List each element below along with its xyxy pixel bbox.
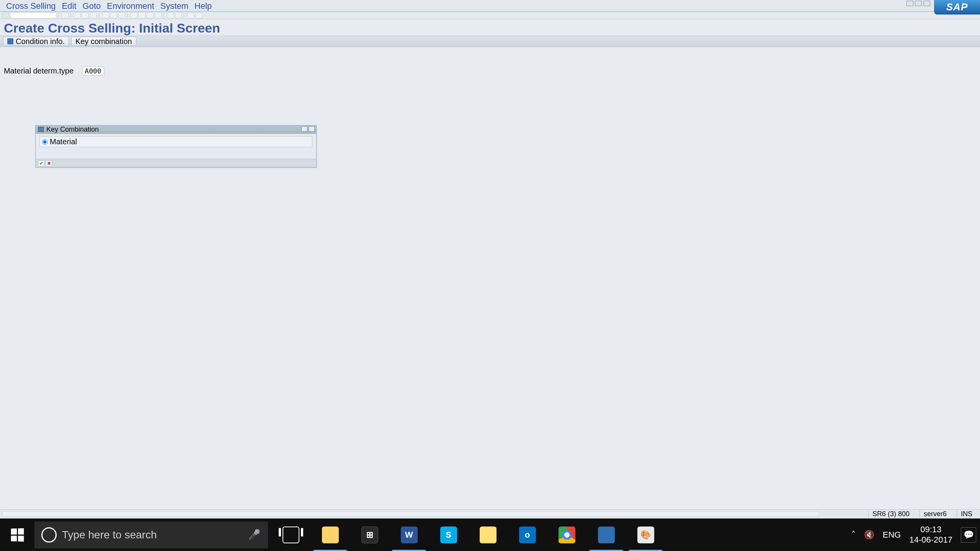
menu-help[interactable]: Help xyxy=(191,1,215,11)
outlook-icon: o xyxy=(519,527,536,543)
print-icon[interactable] xyxy=(102,12,109,18)
find-icon[interactable] xyxy=(110,12,117,18)
maximize-icon[interactable] xyxy=(915,1,922,6)
skype-icon: S xyxy=(440,527,457,543)
dialog-close-icon[interactable] xyxy=(309,126,315,132)
key-combination-label: Key combination xyxy=(75,37,132,46)
folder-icon xyxy=(322,527,339,543)
condition-info-label: Condition info. xyxy=(16,37,65,46)
status-system: SR6 (3) 800 xyxy=(868,510,913,518)
word-button[interactable]: W xyxy=(389,518,429,551)
menu-edit[interactable]: Edit xyxy=(59,1,80,11)
status-message-area xyxy=(2,511,819,517)
chrome-button[interactable] xyxy=(547,518,586,551)
start-button[interactable] xyxy=(0,518,34,551)
command-field[interactable] xyxy=(10,12,56,18)
windows-logo-icon xyxy=(11,528,24,541)
sap-icon xyxy=(598,527,615,543)
taskbar-search[interactable]: Type here to search 🎤 xyxy=(34,522,268,548)
dialog-cancel-button[interactable]: ✖ xyxy=(46,160,52,166)
cortana-icon xyxy=(41,527,57,543)
dialog-titlebar[interactable]: Key Combination xyxy=(36,126,316,134)
store-icon: ⊞ xyxy=(361,527,378,543)
key-combination-button[interactable]: Key combination xyxy=(71,37,136,46)
taskbar-apps: ⊞ W S o 🎨 xyxy=(271,518,665,551)
condition-info-button[interactable]: Condition info. xyxy=(3,37,69,46)
microphone-icon[interactable]: 🎤 xyxy=(248,529,260,541)
cancel-icon[interactable] xyxy=(90,12,97,18)
volume-muted-icon[interactable]: 🔇 xyxy=(864,530,874,540)
task-view-button[interactable] xyxy=(271,518,310,551)
sap-gui-button[interactable] xyxy=(586,518,626,551)
exit-icon[interactable] xyxy=(82,12,89,18)
material-determ-type-input[interactable] xyxy=(83,66,104,75)
sticky-notes-button[interactable] xyxy=(468,518,508,551)
dialog-title: Key Combination xyxy=(46,126,99,134)
first-page-icon[interactable] xyxy=(131,12,137,18)
help-icon[interactable] xyxy=(187,12,194,18)
prev-page-icon[interactable] xyxy=(139,12,145,18)
radio-material-label: Material xyxy=(50,137,77,146)
dialog-help-icon[interactable] xyxy=(301,126,307,132)
new-session-icon[interactable] xyxy=(167,12,174,18)
taskbar-clock[interactable]: 09:13 14-06-2017 xyxy=(909,525,952,545)
chrome-icon xyxy=(559,527,575,543)
taskbar-time: 09:13 xyxy=(909,525,952,535)
action-center-icon[interactable]: 💬 xyxy=(961,527,976,543)
windows-taskbar: Type here to search 🎤 ⊞ W S o 🎨 ˄ 🔇 ENG … xyxy=(0,518,980,551)
system-tray: ˄ 🔇 ENG 09:13 14-06-2017 💬 xyxy=(851,518,980,551)
minimize-icon[interactable] xyxy=(906,1,913,6)
status-mode: INS xyxy=(957,510,976,518)
menu-bar: Cross Selling Edit Goto Environment Syst… xyxy=(0,0,980,11)
info-icon xyxy=(7,38,13,44)
word-icon: W xyxy=(401,527,418,543)
application-toolbar: Condition info. Key combination xyxy=(0,36,980,47)
sticky-notes-icon xyxy=(480,527,497,543)
save-icon[interactable] xyxy=(62,12,69,18)
status-bar: SR6 (3) 800 server6 INS xyxy=(0,509,980,518)
shortcut-icon[interactable] xyxy=(175,12,182,18)
enter-icon[interactable] xyxy=(2,12,9,18)
window-controls xyxy=(906,1,930,6)
close-icon[interactable] xyxy=(923,1,930,6)
store-button[interactable]: ⊞ xyxy=(350,518,389,551)
menu-system[interactable]: System xyxy=(157,1,191,11)
taskbar-date: 14-06-2017 xyxy=(909,535,952,545)
material-determ-type-row: Material determ.type xyxy=(0,47,980,75)
layout-icon[interactable] xyxy=(195,12,202,18)
language-indicator[interactable]: ENG xyxy=(883,530,901,540)
standard-toolbar xyxy=(0,11,980,19)
material-determ-type-label: Material determ.type xyxy=(4,67,74,75)
next-page-icon[interactable] xyxy=(147,12,154,18)
file-explorer-button[interactable] xyxy=(310,518,350,551)
paint-button[interactable]: 🎨 xyxy=(626,518,665,551)
skype-button[interactable]: S xyxy=(429,518,468,551)
find-next-icon[interactable] xyxy=(118,12,125,18)
dialog-ok-button[interactable]: ✔ xyxy=(38,160,45,166)
tray-chevron-icon[interactable]: ˄ xyxy=(851,530,856,540)
last-page-icon[interactable] xyxy=(155,12,162,18)
back-icon[interactable] xyxy=(74,12,81,18)
menu-goto[interactable]: Goto xyxy=(80,1,104,11)
task-view-icon xyxy=(283,527,299,543)
outlook-button[interactable]: o xyxy=(508,518,547,551)
search-placeholder: Type here to search xyxy=(62,529,157,541)
radio-material-row[interactable]: Material xyxy=(39,136,312,147)
menu-cross-selling[interactable]: Cross Selling xyxy=(3,1,59,11)
menu-environment[interactable]: Environment xyxy=(104,1,157,11)
status-server: server6 xyxy=(920,510,951,518)
key-combination-dialog: Key Combination Material ✔ ✖ xyxy=(35,125,317,168)
dialog-footer: ✔ ✖ xyxy=(36,159,316,167)
page-title: Create Cross Selling: Initial Screen xyxy=(0,19,980,36)
sap-logo: SAP xyxy=(934,0,980,15)
paint-icon: 🎨 xyxy=(637,527,654,543)
dialog-icon xyxy=(38,127,44,132)
radio-material[interactable] xyxy=(42,139,47,145)
